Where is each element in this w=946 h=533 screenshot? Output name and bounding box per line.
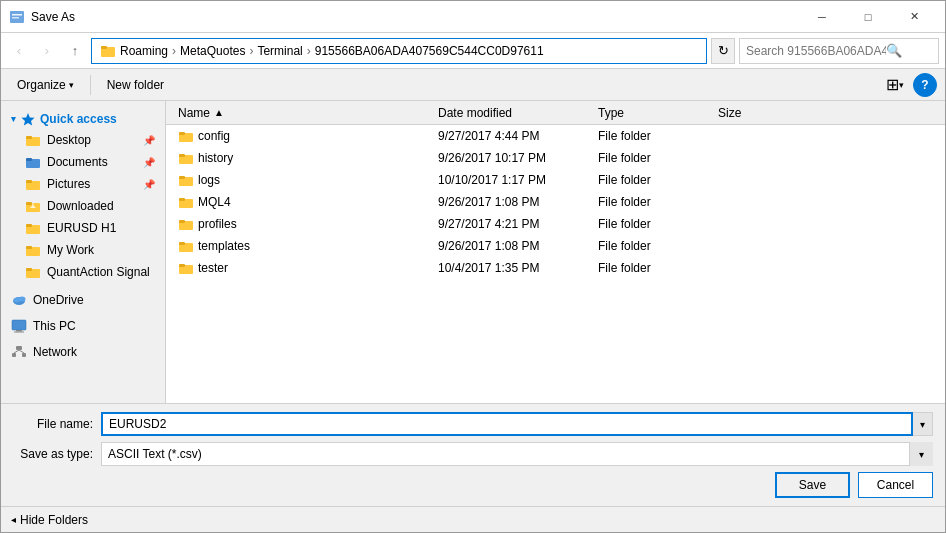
- refresh-button[interactable]: ↻: [711, 38, 735, 64]
- star-icon: [20, 111, 36, 127]
- svg-rect-4: [101, 46, 107, 49]
- dialog-icon: [9, 9, 25, 25]
- folder-icon: [178, 150, 194, 166]
- svg-rect-29: [12, 353, 16, 357]
- sidebar-item-downloaded[interactable]: Downloaded: [1, 195, 165, 217]
- search-box[interactable]: 🔍: [739, 38, 939, 64]
- file-cell-name: MQL4: [174, 194, 434, 210]
- sidebar-item-documents[interactable]: Documents 📌: [1, 151, 165, 173]
- quick-access-header[interactable]: ▾ Quick access: [1, 105, 165, 129]
- sidebar-item-quantaction[interactable]: QuantAction Signal: [1, 261, 165, 283]
- file-cell-type: File folder: [594, 261, 714, 275]
- cancel-button[interactable]: Cancel: [858, 472, 933, 498]
- folder-icon-eurusd: [25, 220, 41, 236]
- folder-icon-documents: [25, 154, 41, 170]
- forward-button[interactable]: ›: [35, 39, 59, 63]
- col-header-name[interactable]: Name ▲: [174, 101, 434, 124]
- filename-dropdown-btn[interactable]: ▾: [913, 412, 933, 436]
- saveastype-select[interactable]: ASCII Text (*.csv): [101, 442, 933, 466]
- col-header-type[interactable]: Type: [594, 101, 714, 124]
- folder-icon: [178, 172, 194, 188]
- svg-rect-25: [12, 320, 26, 330]
- minimize-button[interactable]: ─: [799, 1, 845, 33]
- file-cell-type: File folder: [594, 151, 714, 165]
- svg-rect-46: [179, 264, 185, 267]
- svg-rect-11: [26, 180, 32, 183]
- folder-icon: [178, 216, 194, 232]
- view-button[interactable]: ⊞ ▾: [881, 73, 909, 97]
- svg-rect-42: [179, 220, 185, 223]
- saveastype-wrapper: ASCII Text (*.csv) ▾: [101, 442, 933, 466]
- svg-rect-9: [26, 158, 32, 161]
- svg-rect-2: [12, 17, 19, 19]
- quick-access-label: Quick access: [40, 112, 117, 126]
- network-label: Network: [33, 345, 77, 359]
- file-list: Name ▲ Date modified Type Size: [166, 101, 945, 403]
- hide-folders-bar[interactable]: ◂ Hide Folders: [1, 506, 945, 532]
- help-button[interactable]: ?: [913, 73, 937, 97]
- svg-rect-28: [16, 346, 22, 350]
- file-row[interactable]: MQL4 9/26/2017 1:08 PM File folder: [166, 191, 945, 213]
- back-button[interactable]: ‹: [7, 39, 31, 63]
- file-cell-date: 9/27/2017 4:21 PM: [434, 217, 594, 231]
- help-icon: ?: [921, 78, 928, 92]
- save-button[interactable]: Save: [775, 472, 850, 498]
- sidebar-item-mywork[interactable]: My Work: [1, 239, 165, 261]
- pin-icon-3: 📌: [143, 179, 155, 190]
- sidebar-item-thispc[interactable]: This PC: [1, 315, 165, 337]
- sidebar-item-network[interactable]: Network: [1, 341, 165, 363]
- folder-icon: [178, 238, 194, 254]
- file-cell-date: 10/10/2017 1:17 PM: [434, 173, 594, 187]
- maximize-button[interactable]: □: [845, 1, 891, 33]
- svg-marker-5: [22, 113, 35, 126]
- svg-line-32: [19, 350, 24, 353]
- sidebar-item-onedrive[interactable]: OneDrive: [1, 289, 165, 311]
- file-row[interactable]: tester 10/4/2017 1:35 PM File folder: [166, 257, 945, 279]
- svg-rect-1: [12, 14, 22, 16]
- file-cell-name: logs: [174, 172, 434, 188]
- up-button[interactable]: ↑: [63, 39, 87, 63]
- file-row[interactable]: logs 10/10/2017 1:17 PM File folder: [166, 169, 945, 191]
- svg-rect-26: [16, 330, 22, 332]
- col-size-label: Size: [718, 106, 741, 120]
- file-list-header: Name ▲ Date modified Type Size: [166, 101, 945, 125]
- file-row[interactable]: templates 9/26/2017 1:08 PM File folder: [166, 235, 945, 257]
- new-folder-button[interactable]: New folder: [99, 73, 172, 97]
- file-cell-name: history: [174, 150, 434, 166]
- file-row[interactable]: history 9/26/2017 10:17 PM File folder: [166, 147, 945, 169]
- organize-button[interactable]: Organize ▾: [9, 73, 82, 97]
- sidebar-item-desktop[interactable]: Desktop 📌: [1, 129, 165, 151]
- address-path[interactable]: Roaming › MetaQuotes › Terminal › 915566…: [91, 38, 707, 64]
- file-cell-type: File folder: [594, 173, 714, 187]
- svg-rect-21: [26, 268, 32, 271]
- svg-rect-38: [179, 176, 185, 179]
- col-header-size[interactable]: Size: [714, 101, 794, 124]
- pin-icon-2: 📌: [143, 157, 155, 168]
- folder-icon-downloaded: [25, 198, 41, 214]
- path-part-terminal: Terminal: [257, 44, 302, 58]
- sidebar-item-eurusd[interactable]: EURUSD H1: [1, 217, 165, 239]
- file-cell-date: 9/26/2017 10:17 PM: [434, 151, 594, 165]
- toolbar-separator: [90, 75, 91, 95]
- toolbar: Organize ▾ New folder ⊞ ▾ ?: [1, 69, 945, 101]
- network-icon: [11, 344, 27, 360]
- onedrive-label: OneDrive: [33, 293, 84, 307]
- sidebar-item-pictures[interactable]: Pictures 📌: [1, 173, 165, 195]
- file-row[interactable]: config 9/27/2017 4:44 PM File folder: [166, 125, 945, 147]
- folder-icon-quantaction: [25, 264, 41, 280]
- svg-rect-17: [26, 224, 32, 227]
- file-cell-type: File folder: [594, 129, 714, 143]
- filename-row: File name: ▾: [13, 412, 933, 436]
- sidebar-item-desktop-label: Desktop: [47, 133, 91, 147]
- file-cell-name: config: [174, 128, 434, 144]
- filename-input[interactable]: [101, 412, 913, 436]
- svg-rect-44: [179, 242, 185, 245]
- folder-icon: [178, 128, 194, 144]
- folder-icon-mywork: [25, 242, 41, 258]
- col-header-date[interactable]: Date modified: [434, 101, 594, 124]
- close-button[interactable]: ✕: [891, 1, 937, 33]
- search-input[interactable]: [746, 44, 886, 58]
- folder-icon-pictures: [25, 176, 41, 192]
- file-cell-date: 9/26/2017 1:08 PM: [434, 239, 594, 253]
- file-row[interactable]: profiles 9/27/2017 4:21 PM File folder: [166, 213, 945, 235]
